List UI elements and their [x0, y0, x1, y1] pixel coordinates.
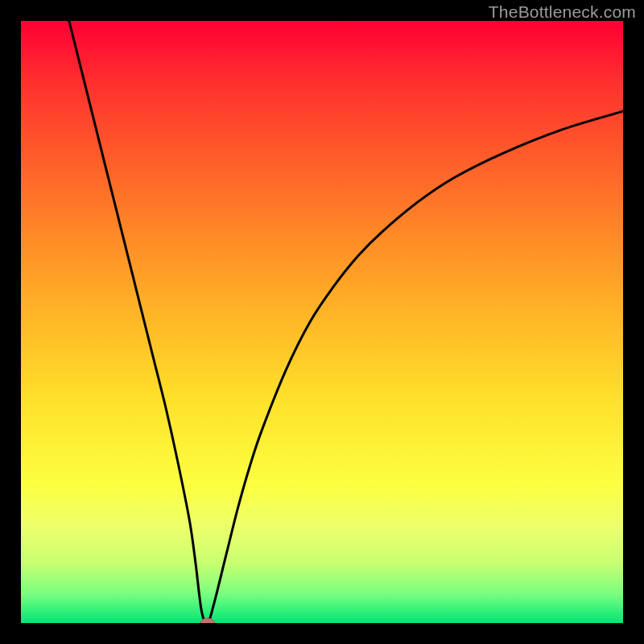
plot-gradient-background [21, 21, 623, 623]
chart-frame: TheBottleneck.com [0, 0, 644, 644]
watermark-text: TheBottleneck.com [489, 2, 636, 22]
